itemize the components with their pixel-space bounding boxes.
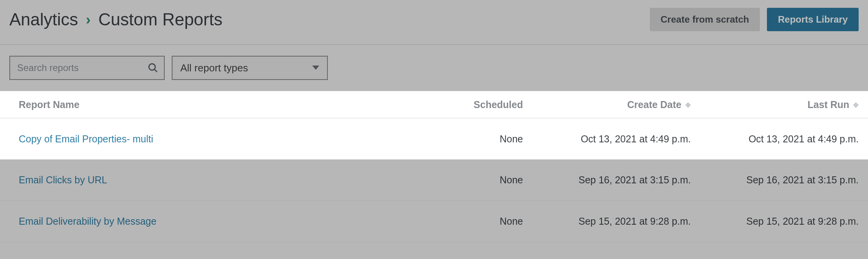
table-row: Email Deliverability by MessageNoneSep 1… [0,201,868,242]
create-date-cell: Sep 15, 2021 at 9:28 p.m. [523,216,691,227]
breadcrumb-current: Custom Reports [98,10,222,29]
scheduled-cell: None [422,133,523,145]
table-row: Email Clicks by URLNoneSep 16, 2021 at 3… [0,160,868,201]
sort-icon: ◆ [853,100,859,109]
col-last-run-label: Last Run [808,99,849,110]
header-actions: Create from scratch Reports Library [650,8,859,31]
last-run-cell: Sep 15, 2021 at 9:28 p.m. [691,216,859,227]
svg-marker-2 [312,66,319,70]
caret-down-icon [312,66,319,70]
col-create-date[interactable]: Create Date ◆ [523,99,691,110]
col-scheduled[interactable]: Scheduled [422,99,523,110]
report-name-link[interactable]: Email Deliverability by Message [19,216,422,227]
table-body: Copy of Email Properties- multiNoneOct 1… [0,118,868,242]
chevron-right-icon: › [86,12,91,28]
table-row: Copy of Email Properties- multiNoneOct 1… [0,118,868,160]
last-run-cell: Sep 16, 2021 at 3:15 p.m. [691,174,859,186]
page: Analytics › Custom Reports Create from s… [0,0,868,259]
create-from-scratch-button[interactable]: Create from scratch [650,8,760,31]
reports-library-button[interactable]: Reports Library [767,8,859,31]
search-wrap [9,56,165,80]
create-date-cell: Sep 16, 2021 at 3:15 p.m. [523,174,691,186]
report-name-link[interactable]: Email Clicks by URL [19,174,422,186]
reports-table: Report Name Scheduled Create Date ◆ Last… [0,91,868,242]
scheduled-cell: None [422,216,523,227]
search-input[interactable] [9,56,165,80]
page-header: Analytics › Custom Reports Create from s… [0,0,868,44]
table-header: Report Name Scheduled Create Date ◆ Last… [0,91,868,118]
report-name-link[interactable]: Copy of Email Properties- multi [19,133,422,145]
col-create-date-label: Create Date [627,99,681,110]
breadcrumb-root[interactable]: Analytics [9,10,78,29]
report-type-select-label: All report types [180,62,248,74]
last-run-cell: Oct 13, 2021 at 4:49 p.m. [691,133,859,145]
breadcrumb: Analytics › Custom Reports [9,10,222,29]
report-type-select[interactable]: All report types [172,56,328,80]
col-report-name[interactable]: Report Name [19,99,422,110]
col-last-run[interactable]: Last Run ◆ [691,99,859,110]
sort-icon: ◆ [685,100,691,109]
create-date-cell: Oct 13, 2021 at 4:49 p.m. [523,133,691,145]
col-scheduled-label: Scheduled [474,99,523,110]
filter-bar: All report types [0,45,868,91]
scheduled-cell: None [422,174,523,186]
